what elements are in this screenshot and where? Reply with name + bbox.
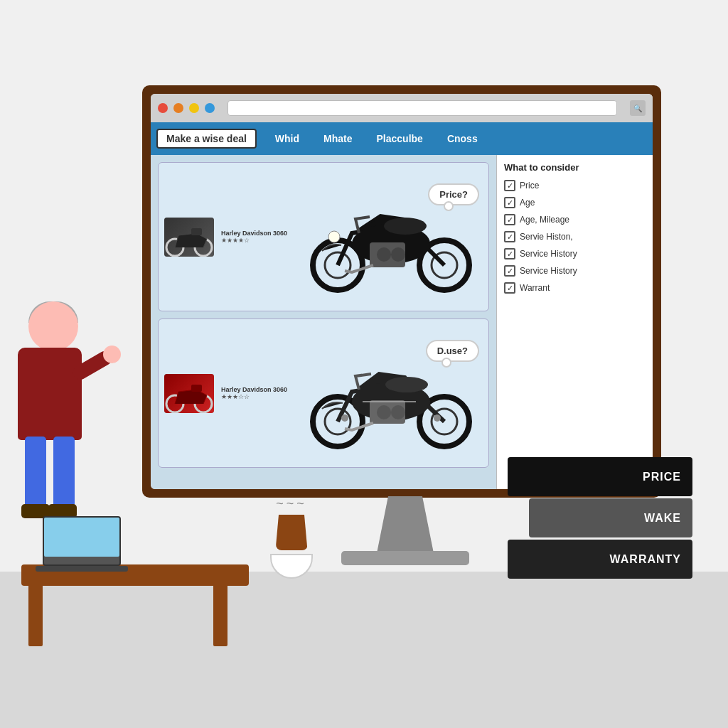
checklist-label-service2: Service History [520,249,577,259]
search-icon[interactable]: 🔍 [630,100,646,116]
books-stack: PRICE WAKE WARRANTY [508,457,692,579]
address-bar[interactable] [228,100,617,116]
svg-point-8 [384,218,427,235]
thought-bubble-1: Price? [428,183,479,205]
checkbox-warrant[interactable]: ✓ [504,282,515,294]
listing-title-1: Harley Davidson 3060 [221,230,292,237]
checklist-item-service1[interactable]: ✓ Servie Histon, [504,231,646,242]
svg-point-12 [328,231,340,242]
listing-info-2: Harley Davidson 3060 ★★★☆☆ [221,386,292,400]
listing-item-2[interactable]: Harley Davidson 3060 ★★★☆☆ [158,318,489,468]
person-leg-right [53,437,75,508]
svg-point-23 [377,405,391,419]
coffee-area: ~~~ [270,496,313,579]
listing-item-1[interactable]: Harley Davidson 3060 ★★★★☆ [158,162,489,311]
checkbox-price[interactable]: ✓ [504,180,515,191]
nav-logo[interactable]: Make a wise deal [156,129,257,149]
listing-price-1: ★★★★☆ [221,237,292,244]
bowl [270,554,313,579]
thought-text-1: Price? [439,189,468,200]
extra-dot [205,103,215,113]
svg-point-21 [385,377,428,392]
coffee-cup [276,515,308,550]
desk-leg-right [213,582,228,646]
checklist-panel: What to consider ✓ Price ✓ Age ✓ Age, Mi… [496,155,653,489]
checklist-item-age[interactable]: ✓ Age [504,197,646,208]
checklist-item-service3[interactable]: ✓ Service History [504,265,646,277]
minimize-dot[interactable] [173,103,183,113]
person-body [18,348,82,440]
listing-thumb-1 [164,218,214,257]
browser-window: 🔍 Make a wise deal Whid Mhate Placculbe … [151,94,653,489]
laptop-screen [44,518,119,557]
checkbox-mileage[interactable]: ✓ [504,214,515,225]
checklist-item-price[interactable]: ✓ Price [504,180,646,191]
checklist-label-age: Age [520,198,535,208]
laptop-base [36,566,128,572]
monitor-stand [377,496,434,553]
svg-rect-15 [191,385,202,392]
bike-image-1: Price? [299,180,483,294]
nav-bar: Make a wise deal Whid Mhate Placculbe Cn… [151,122,653,155]
desk-leg-left [28,582,43,646]
svg-point-25 [341,414,348,422]
book-warranty: WARRANTY [508,540,692,579]
floor [0,572,728,728]
thumb-bike-2 [164,374,214,413]
thought-bubble-2: D.use? [426,340,479,362]
checklist-label-service3: Service History [520,266,577,276]
checklist-item-service2[interactable]: ✓ Service History [504,248,646,259]
thought-text-2: D.use? [437,346,468,356]
svg-point-11 [391,247,405,262]
nav-link-3[interactable]: Placculbe [371,130,429,147]
nav-link-2[interactable]: Mhate [318,130,358,147]
book-price: PRICE [508,457,692,496]
checkbox-service2[interactable]: ✓ [504,248,515,259]
checklist-item-warrant[interactable]: ✓ Warrant [504,282,646,294]
person-hand [103,346,121,363]
monitor-frame: 🔍 Make a wise deal Whid Mhate Placculbe … [142,85,661,498]
nav-link-4[interactable]: Cnoss [441,130,483,147]
book-label-warranty: WARRANTY [610,553,681,566]
bike-image-2: D.use? [299,336,483,450]
svg-point-24 [391,405,405,419]
steam-icon: ~~~ [276,496,307,511]
listing-title-2: Harley Davidson 3060 [221,386,292,393]
listing-info-1: Harley Davidson 3060 ★★★★☆ [221,230,292,244]
person-leg-left [25,437,46,508]
checkbox-service3[interactable]: ✓ [504,265,515,277]
book-label-price: PRICE [643,471,681,483]
checklist-item-mileage[interactable]: ✓ Age, Mileage [504,214,646,225]
svg-point-10 [377,247,391,262]
book-wake: WAKE [529,498,692,537]
person-head [28,301,78,351]
listing-price-2: ★★★☆☆ [221,393,292,400]
checklist-label-service1: Servie Histon, [520,232,573,242]
monitor-stand-base [341,551,469,565]
nav-link-1[interactable]: Whid [269,130,305,147]
maximize-dot[interactable] [189,103,199,113]
laptop [43,516,121,566]
checklist-label-warrant: Warrant [520,283,550,293]
svg-point-26 [434,414,441,422]
book-label-wake: WAKE [644,512,681,525]
thumb-bike-1 [164,218,214,257]
listings-panel: Harley Davidson 3060 ★★★★☆ [151,155,496,489]
checkbox-age[interactable]: ✓ [504,197,515,208]
checklist-label-price: Price [520,181,539,191]
checklist-title: What to consider [504,162,646,173]
main-content: Harley Davidson 3060 ★★★★☆ [151,155,653,489]
browser-chrome: 🔍 [151,94,653,122]
checklist-label-mileage: Age, Mileage [520,215,569,225]
checkbox-service1[interactable]: ✓ [504,231,515,242]
svg-rect-2 [191,228,202,235]
close-dot[interactable] [158,103,168,113]
listing-thumb-2 [164,374,214,413]
